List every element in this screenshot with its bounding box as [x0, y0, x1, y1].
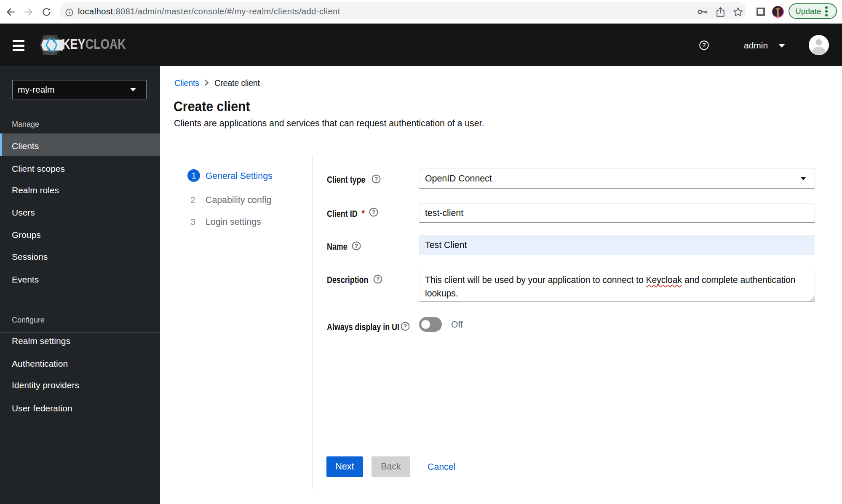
svg-text:?: ? — [374, 176, 378, 182]
svg-text:?: ? — [376, 276, 380, 283]
svg-text:?: ? — [355, 243, 358, 249]
svg-text:?: ? — [372, 209, 376, 216]
svg-text:?: ? — [702, 42, 706, 48]
svg-text:?: ? — [404, 323, 407, 330]
